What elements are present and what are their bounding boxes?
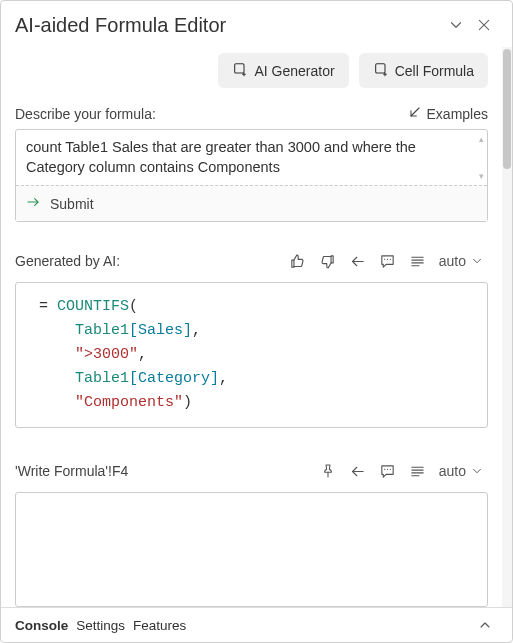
tab-features[interactable]: Features xyxy=(133,618,186,633)
auto-label: auto xyxy=(439,253,466,269)
describe-label: Describe your formula: xyxy=(15,106,156,122)
ai-generator-icon xyxy=(232,61,248,80)
submit-arrow-icon xyxy=(26,194,42,213)
back-button-2[interactable] xyxy=(345,458,371,484)
target-header: 'Write Formula'!F4 auto xyxy=(15,458,488,484)
auto-dropdown-2[interactable]: auto xyxy=(435,463,488,479)
svg-rect-2 xyxy=(235,64,244,73)
footer-chevron-up[interactable] xyxy=(472,612,498,638)
svg-rect-5 xyxy=(375,64,384,73)
generated-header: Generated by AI: auto xyxy=(15,248,488,274)
comment-button[interactable] xyxy=(375,248,401,274)
content: AI Generator Cell Formula Describe your … xyxy=(1,47,502,607)
auto-dropdown[interactable]: auto xyxy=(435,253,488,269)
ai-generator-label: AI Generator xyxy=(254,63,334,79)
vertical-scrollbar[interactable] xyxy=(502,47,512,607)
tab-settings[interactable]: Settings xyxy=(76,618,125,633)
footer-tabs: Console Settings Features xyxy=(1,607,512,642)
describe-header: Describe your formula: Examples xyxy=(15,104,488,123)
format-button-2[interactable] xyxy=(405,458,431,484)
auto-label-2: auto xyxy=(439,463,466,479)
svg-line-8 xyxy=(411,108,419,116)
submit-label: Submit xyxy=(50,196,94,212)
target-label: 'Write Formula'!F4 xyxy=(15,463,311,479)
target-formula-box[interactable] xyxy=(15,492,488,607)
chevron-down-icon xyxy=(470,254,484,268)
examples-link[interactable]: Examples xyxy=(407,104,488,123)
cell-formula-label: Cell Formula xyxy=(395,63,474,79)
textarea-scroll[interactable]: ▴ ▾ xyxy=(477,134,485,181)
scrollbar-thumb[interactable] xyxy=(503,49,511,169)
comment-button-2[interactable] xyxy=(375,458,401,484)
cell-formula-button[interactable]: Cell Formula xyxy=(359,53,488,88)
scroll-down-icon: ▾ xyxy=(479,171,484,181)
scroll-up-icon: ▴ xyxy=(479,134,484,144)
thumbs-down-button[interactable] xyxy=(315,248,341,274)
collapse-button[interactable] xyxy=(442,11,470,39)
generated-code[interactable]: = COUNTIFS( Table1[Sales], ">3000", Tabl… xyxy=(15,282,488,428)
examples-label: Examples xyxy=(427,106,488,122)
tab-console[interactable]: Console xyxy=(15,618,68,633)
close-button[interactable] xyxy=(470,11,498,39)
format-button[interactable] xyxy=(405,248,431,274)
describe-textarea[interactable]: count Table1 Sales that are greater than… xyxy=(16,130,487,185)
examples-arrow-icon xyxy=(407,104,423,123)
chevron-down-icon-2 xyxy=(470,464,484,478)
top-toolbar: AI Generator Cell Formula xyxy=(15,53,488,88)
content-wrap: AI Generator Cell Formula Describe your … xyxy=(1,47,512,607)
back-button[interactable] xyxy=(345,248,371,274)
thumbs-up-button[interactable] xyxy=(285,248,311,274)
titlebar: AI-aided Formula Editor xyxy=(1,1,512,47)
submit-button[interactable]: Submit xyxy=(16,185,487,221)
fn-name: COUNTIFS xyxy=(57,298,129,315)
describe-input-box: count Table1 Sales that are greater than… xyxy=(15,129,488,222)
generated-label: Generated by AI: xyxy=(15,253,281,269)
cell-formula-icon xyxy=(373,61,389,80)
ai-generator-button[interactable]: AI Generator xyxy=(218,53,348,88)
pin-button[interactable] xyxy=(315,458,341,484)
window-title: AI-aided Formula Editor xyxy=(15,14,442,37)
